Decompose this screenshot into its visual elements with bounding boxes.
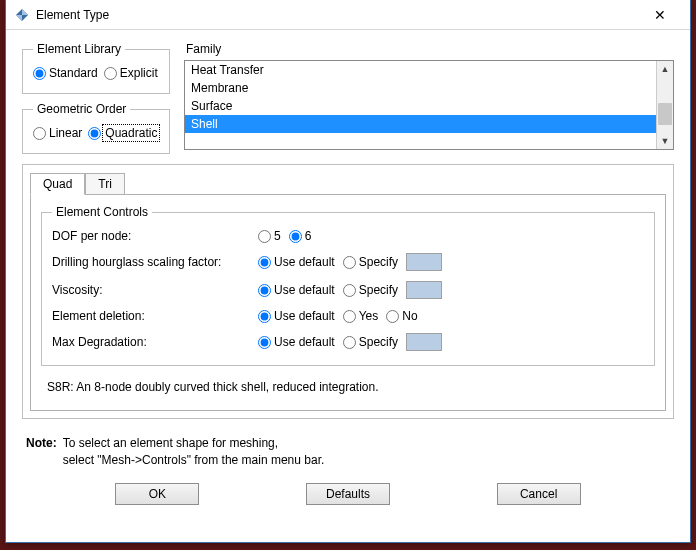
note-label: Note: — [26, 435, 57, 469]
viscosity-label: Viscosity: — [52, 283, 252, 297]
titlebar: Element Type ✕ — [6, 0, 690, 30]
window-title: Element Type — [36, 8, 638, 22]
radio-standard-input[interactable] — [33, 67, 46, 80]
radio-drill-default[interactable]: Use default — [258, 255, 335, 269]
tab-tri[interactable]: Tri — [85, 173, 125, 194]
radio-maxdeg-default-label: Use default — [274, 335, 335, 349]
note-block: Note: To select an element shape for mes… — [26, 435, 670, 469]
radio-maxdeg-specify[interactable]: Specify — [343, 335, 398, 349]
tabstrip: Quad Tri — [30, 172, 666, 194]
radio-drill-specify-input[interactable] — [343, 256, 356, 269]
visc-specify-input[interactable] — [406, 281, 442, 299]
max-degradation-label: Max Degradation: — [52, 335, 252, 349]
left-column: Element Library Standard Explicit Geome — [22, 42, 170, 154]
element-library-legend: Element Library — [33, 42, 125, 56]
radio-linear[interactable]: Linear — [33, 126, 82, 140]
dialog-content: Element Library Standard Explicit Geome — [6, 30, 690, 523]
radio-eldel-no[interactable]: No — [386, 309, 417, 323]
radio-quadratic-label: Quadratic — [104, 126, 158, 140]
scroll-down-arrow[interactable]: ▼ — [657, 133, 673, 149]
radio-dof-5[interactable]: 5 — [258, 229, 281, 243]
top-row: Element Library Standard Explicit Geome — [22, 42, 674, 154]
scroll-up-arrow[interactable]: ▲ — [657, 61, 673, 77]
radio-eldel-yes-label: Yes — [359, 309, 379, 323]
radio-visc-specify-label: Specify — [359, 283, 398, 297]
cancel-button[interactable]: Cancel — [497, 483, 581, 505]
radio-standard-label: Standard — [49, 66, 98, 80]
radio-visc-specify-input[interactable] — [343, 284, 356, 297]
radio-drill-default-label: Use default — [274, 255, 335, 269]
maxdeg-specify-input[interactable] — [406, 333, 442, 351]
tab-quad[interactable]: Quad — [30, 173, 85, 195]
radio-eldel-default-input[interactable] — [258, 310, 271, 323]
family-label: Family — [186, 42, 674, 56]
radio-linear-label: Linear — [49, 126, 82, 140]
radio-visc-specify[interactable]: Specify — [343, 283, 398, 297]
radio-drill-default-input[interactable] — [258, 256, 271, 269]
radio-dof-6-input[interactable] — [289, 230, 302, 243]
radio-eldel-default-label: Use default — [274, 309, 335, 323]
radio-visc-default-input[interactable] — [258, 284, 271, 297]
button-row: OK Defaults Cancel — [22, 477, 674, 513]
radio-dof-6-label: 6 — [305, 229, 312, 243]
note-text: To select an element shape for meshing, … — [63, 435, 325, 469]
scroll-thumb[interactable] — [658, 103, 672, 125]
family-item[interactable]: Membrane — [185, 79, 673, 97]
radio-eldel-yes-input[interactable] — [343, 310, 356, 323]
element-deletion-label: Element deletion: — [52, 309, 252, 323]
drilling-label: Drilling hourglass scaling factor: — [52, 255, 252, 269]
radio-drill-specify[interactable]: Specify — [343, 255, 398, 269]
app-icon — [14, 7, 30, 23]
family-item[interactable]: Shell — [185, 115, 673, 133]
radio-visc-default[interactable]: Use default — [258, 283, 335, 297]
radio-dof-6[interactable]: 6 — [289, 229, 312, 243]
radio-explicit-input[interactable] — [104, 67, 117, 80]
radio-maxdeg-default[interactable]: Use default — [258, 335, 335, 349]
family-section: Family Heat TransferMembraneSurfaceShell… — [184, 42, 674, 154]
radio-maxdeg-specify-input[interactable] — [343, 336, 356, 349]
family-scrollbar[interactable]: ▲ ▼ — [656, 61, 673, 149]
close-icon: ✕ — [654, 7, 666, 23]
radio-linear-input[interactable] — [33, 127, 46, 140]
radio-dof-5-label: 5 — [274, 229, 281, 243]
radio-explicit-label: Explicit — [120, 66, 158, 80]
family-item[interactable]: Heat Transfer — [185, 61, 673, 79]
radio-eldel-no-input[interactable] — [386, 310, 399, 323]
radio-explicit[interactable]: Explicit — [104, 66, 158, 80]
element-library-group: Element Library Standard Explicit — [22, 42, 170, 94]
radio-drill-specify-label: Specify — [359, 255, 398, 269]
outer-tab-container: Quad Tri Element Controls DOF per node: … — [22, 164, 674, 419]
defaults-button[interactable]: Defaults — [306, 483, 390, 505]
radio-eldel-no-label: No — [402, 309, 417, 323]
element-controls-legend: Element Controls — [52, 205, 152, 219]
radio-dof-5-input[interactable] — [258, 230, 271, 243]
radio-quadratic-input[interactable] — [88, 127, 101, 140]
dof-label: DOF per node: — [52, 229, 252, 243]
ok-button[interactable]: OK — [115, 483, 199, 505]
radio-visc-default-label: Use default — [274, 283, 335, 297]
element-controls-group: Element Controls DOF per node: 5 6 — [41, 205, 655, 366]
radio-quadratic[interactable]: Quadratic — [88, 126, 158, 140]
radio-eldel-yes[interactable]: Yes — [343, 309, 379, 323]
tab-panel-quad: Element Controls DOF per node: 5 6 — [30, 194, 666, 411]
element-description: S8R: An 8-node doubly curved thick shell… — [47, 380, 651, 394]
radio-maxdeg-specify-label: Specify — [359, 335, 398, 349]
drill-specify-input[interactable] — [406, 253, 442, 271]
radio-eldel-default[interactable]: Use default — [258, 309, 335, 323]
note-line1: To select an element shape for meshing, — [63, 436, 278, 450]
close-button[interactable]: ✕ — [638, 1, 682, 29]
geometric-order-group: Geometric Order Linear Quadratic — [22, 102, 170, 154]
note-line2: select "Mesh->Controls" from the main me… — [63, 453, 325, 467]
radio-standard[interactable]: Standard — [33, 66, 98, 80]
family-item[interactable]: Surface — [185, 97, 673, 115]
family-listbox[interactable]: Heat TransferMembraneSurfaceShell ▲ ▼ — [184, 60, 674, 150]
dialog-window: Element Type ✕ Element Library Standard — [5, 0, 691, 543]
geometric-order-legend: Geometric Order — [33, 102, 130, 116]
radio-maxdeg-default-input[interactable] — [258, 336, 271, 349]
